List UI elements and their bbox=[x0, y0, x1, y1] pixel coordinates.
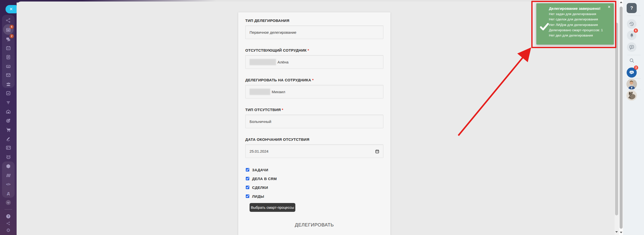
redacted-name bbox=[250, 89, 270, 95]
tasks-checkbox-label[interactable]: ЗАДАЧИ bbox=[252, 168, 268, 172]
employees-icon[interactable] bbox=[0, 81, 17, 87]
scroll-up-icon[interactable] bbox=[620, 2, 622, 3]
svg-text:?: ? bbox=[8, 215, 9, 218]
field-label-absence-type: ТИП ОТСУТСТВИЯ* bbox=[245, 108, 383, 112]
help-button[interactable]: ? bbox=[627, 3, 637, 13]
scroll-down-icon[interactable] bbox=[615, 231, 618, 233]
tasks-icon[interactable] bbox=[0, 90, 17, 96]
kanban-board-icon[interactable] bbox=[0, 27, 17, 33]
left-sidebar: 6 2 bbox=[0, 0, 17, 235]
outer-scrollbar-thumb[interactable] bbox=[615, 23, 618, 215]
shop-cart-icon[interactable] bbox=[0, 126, 17, 132]
deals-checkbox[interactable] bbox=[246, 186, 249, 189]
share-icon[interactable] bbox=[0, 220, 17, 226]
inner-scrollbar-thumb[interactable] bbox=[620, 7, 623, 229]
notification-title: Делегирование завершено! bbox=[549, 6, 611, 11]
warehouse-icon[interactable] bbox=[0, 109, 17, 115]
dialogs-icon[interactable] bbox=[627, 42, 636, 52]
checkbox-row-deals: СДЕЛКИ bbox=[245, 185, 383, 190]
redacted-name bbox=[250, 59, 276, 65]
field-label-delegation-type: ТИП ДЕЛЕГИРОВАНИЯ bbox=[245, 18, 383, 23]
drive-icon[interactable] bbox=[0, 63, 17, 70]
expand-more-icon[interactable] bbox=[0, 199, 17, 206]
close-panel-button[interactable]: ✕ bbox=[6, 5, 17, 13]
cube-icon[interactable] bbox=[0, 163, 17, 169]
board-badge[interactable]: 6 bbox=[10, 25, 14, 29]
history-clock-icon[interactable] bbox=[627, 19, 636, 29]
notification-body: Делегирование завершено! Нет задач для д… bbox=[549, 6, 611, 38]
mail-icon[interactable] bbox=[0, 72, 17, 78]
user-avatar[interactable] bbox=[626, 79, 637, 89]
scroll-down-icon[interactable] bbox=[620, 232, 622, 233]
crm-activities-checkbox[interactable] bbox=[246, 177, 249, 180]
messenger-badge[interactable]: 2 bbox=[634, 65, 638, 70]
notification-line: Нет сделок для делегирования bbox=[549, 17, 611, 22]
absence-end-date-input[interactable]: 25.01.2024 bbox=[245, 144, 383, 158]
crm-activities-checkbox-label[interactable]: ДЕЛА В CRM bbox=[252, 177, 277, 181]
letter-d-icon[interactable]: Д bbox=[0, 190, 17, 196]
delegate-submit-button[interactable]: ДЕЛЕГИРОВАТЬ bbox=[245, 222, 383, 228]
right-rail-divider bbox=[627, 16, 641, 16]
close-icon: ✕ bbox=[9, 7, 13, 12]
target-icon[interactable] bbox=[0, 118, 17, 124]
rail-divider bbox=[5, 209, 12, 210]
rail-help-icon[interactable]: ? bbox=[0, 213, 17, 219]
leads-checkbox-label[interactable]: ЛИДЫ bbox=[252, 194, 264, 198]
right-sidebar: ? 6 2 bbox=[623, 0, 644, 235]
checkbox-row-crm-activities: ДЕЛА В CRM bbox=[245, 176, 383, 181]
market-icon[interactable] bbox=[0, 172, 17, 178]
checkbox-row-leads: ЛИДЫ bbox=[245, 193, 383, 199]
settings-gear-icon[interactable] bbox=[0, 227, 17, 233]
messenger-icon[interactable] bbox=[0, 36, 17, 42]
network-icon[interactable] bbox=[0, 17, 17, 23]
checkbox-row-tasks: ЗАДАЧИ bbox=[245, 167, 383, 173]
delegation-type-input[interactable]: Первичное делегирование bbox=[245, 25, 383, 39]
notification-line: Делегировано смарт-процессов: 1 bbox=[549, 27, 611, 33]
leads-checkbox[interactable] bbox=[246, 194, 249, 198]
tasks-checkbox[interactable] bbox=[246, 168, 249, 172]
success-notification: ✕ Делегирование завершено! Нет задач для… bbox=[536, 3, 614, 45]
notification-line: Нет ЛИДов для делегирования bbox=[549, 22, 611, 27]
sign-icon[interactable] bbox=[0, 136, 17, 142]
outer-scrollbar[interactable] bbox=[615, 0, 619, 235]
calendar-rail-icon[interactable] bbox=[0, 45, 17, 51]
absence-type-input[interactable]: Больничный bbox=[245, 115, 383, 128]
app-window: 6 2 bbox=[0, 0, 644, 235]
notification-line: Нет дел для делегирования bbox=[549, 33, 611, 38]
right-rail-divider bbox=[627, 90, 641, 90]
check-icon bbox=[540, 22, 549, 32]
inner-scrollbar[interactable] bbox=[619, 0, 623, 235]
robot-icon[interactable] bbox=[0, 154, 17, 160]
right-rail-divider bbox=[627, 55, 641, 55]
field-label-delegate-to: ДЕЛЕГИРОВАТЬ НА СОТРУДНИКА* bbox=[245, 78, 383, 82]
right-rail-divider bbox=[627, 78, 641, 79]
messenger-badge[interactable]: 2 bbox=[10, 34, 14, 38]
deals-checkbox-label[interactable]: СДЕЛКИ bbox=[252, 185, 268, 190]
user-avatar[interactable] bbox=[626, 90, 637, 101]
document-icon[interactable] bbox=[0, 54, 17, 60]
search-icon[interactable] bbox=[629, 58, 635, 64]
help-icon: ? bbox=[630, 6, 633, 11]
notifications-badge[interactable]: 6 bbox=[634, 28, 638, 33]
delegation-form: ТИП ДЕЛЕГИРОВАНИЯ Первичное делегировани… bbox=[238, 12, 390, 235]
notification-line: Нет задач для делегирования bbox=[549, 11, 611, 17]
field-label-absence-end-date: ДАТА ОКОНЧАНИЯ ОТСУТСТВИЯ bbox=[245, 137, 383, 142]
delegate-to-input[interactable]: Михаил bbox=[245, 85, 383, 98]
field-label-absent-employee: ОТСУТСТВУЮЩИЙ СОТРУДНИК* bbox=[245, 48, 383, 53]
crm-funnel-icon[interactable] bbox=[0, 99, 17, 106]
code-icon[interactable]: </> bbox=[0, 181, 17, 187]
calendar-icon[interactable] bbox=[375, 149, 379, 154]
contact-card-icon[interactable] bbox=[0, 145, 17, 151]
select-smart-processes-button[interactable]: Выбрать смарт-процессы bbox=[250, 203, 295, 212]
absent-employee-input[interactable]: Алёна bbox=[245, 55, 383, 69]
